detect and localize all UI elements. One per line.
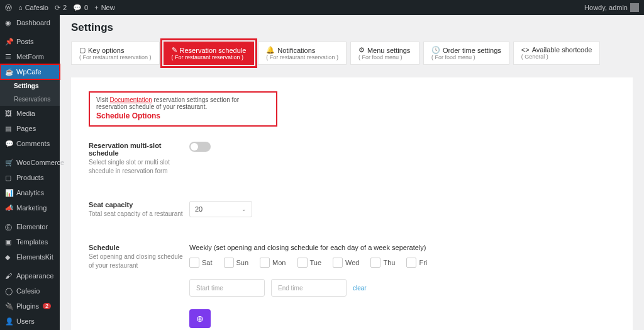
chevron-down-icon: ⌄ (242, 206, 247, 212)
clock-icon: ✎ (172, 46, 177, 54)
weekly-heading: Weekly (set opening and closing schedule… (189, 244, 615, 251)
tab-key-options[interactable]: ▢Key options( For restaurant reservation… (71, 42, 160, 65)
tab-order-time[interactable]: 🕓Order time settings( For food menu ) (423, 42, 509, 65)
submenu-reservations[interactable]: Reservations (0, 93, 60, 106)
brush-icon: 🖌 (5, 272, 13, 280)
doc-title: Schedule Options (96, 111, 270, 120)
new-link[interactable]: + New (94, 4, 114, 11)
updates-link[interactable]: ⟳ 2 (55, 4, 67, 12)
plugin-badge: 2 (43, 303, 51, 309)
elementor-icon: Ⓔ (5, 223, 13, 230)
schedule-label: Schedule (89, 244, 189, 251)
pin-icon: 📌 (5, 38, 13, 45)
admin-sidebar: ◉Dashboard 📌Posts ☰MetForm ☕WpCafe Setti… (0, 15, 60, 330)
box-icon: ▢ (5, 174, 13, 181)
menu-metform[interactable]: ☰MetForm (0, 49, 60, 64)
weekly-start-input[interactable]: Start time (189, 279, 265, 297)
wpcafe-submenu: Settings Reservations (0, 79, 60, 106)
seat-desc: Total seat capacity of a restaurant (89, 210, 189, 219)
menu-wpcafe[interactable]: ☕WpCafe (0, 64, 60, 79)
menu-elementskit[interactable]: ◆ElementsKit (0, 249, 60, 265)
multislot-desc: Select single slot or multi slot shcedul… (89, 158, 189, 176)
bell-icon: 🔔 (266, 46, 275, 54)
schedule-desc: Set opening and closing schedule of your… (89, 253, 189, 270)
menu-media[interactable]: 🖼Media (0, 106, 60, 121)
dashboard-icon: ◉ (5, 19, 13, 26)
day-wed[interactable]: Wed (333, 258, 359, 268)
menu-posts[interactable]: 📌Posts (0, 34, 60, 49)
menu-users[interactable]: 👤Users (0, 314, 60, 329)
tab-notifications[interactable]: 🔔Notifications( For restaurant reservati… (258, 42, 347, 65)
coffee-icon: ☕ (5, 68, 13, 76)
tab-menu-settings[interactable]: ⚙Menu settings( For food menu ) (350, 42, 419, 65)
menu-marketing[interactable]: 📣Marketing (0, 200, 60, 215)
days-row: Sat Sun Mon Tue Wed Thu Fri (189, 258, 615, 268)
menu-woocommerce[interactable]: 🛒WooCommerce (0, 155, 60, 170)
menu-templates[interactable]: ▣Templates (0, 234, 60, 249)
menu-analytics[interactable]: 📊Analytics (0, 185, 60, 200)
admin-bar: ⓦ ⌂ Cafesio ⟳ 2 💬 0 + New Howdy, admin (0, 0, 644, 15)
menu-dashboard[interactable]: ◉Dashboard (0, 15, 60, 30)
menu-products[interactable]: ▢Products (0, 170, 60, 185)
code-icon: <> (521, 46, 530, 54)
checkbox[interactable] (297, 258, 308, 268)
form-icon: ☰ (5, 53, 13, 60)
checkbox[interactable] (370, 258, 380, 268)
menu-cafesio[interactable]: ◯Cafesio (0, 283, 60, 299)
doc-box: Visit Documentation reservation settings… (89, 91, 277, 127)
chart-icon: 📊 (5, 189, 13, 196)
tab-shortcode[interactable]: <>Available shortcode( General ) (513, 42, 601, 65)
media-icon: 🖼 (5, 110, 13, 117)
weekly-end-input[interactable]: End time (271, 279, 347, 297)
menu-elementor[interactable]: ⒺElementor (0, 219, 60, 234)
megaphone-icon: 📣 (5, 204, 13, 212)
page-icon: ▤ (5, 125, 13, 132)
day-sat[interactable]: Sat (189, 258, 213, 268)
menu-comments[interactable]: 💬Comments (0, 136, 60, 151)
day-tue[interactable]: Tue (297, 258, 322, 268)
user-icon: 👤 (5, 317, 13, 325)
seat-select[interactable]: 20⌄ (189, 201, 252, 217)
menu-pages[interactable]: ▤Pages (0, 121, 60, 136)
day-thu[interactable]: Thu (370, 258, 395, 268)
menu-plugins[interactable]: 🔌Plugins 2 (0, 299, 60, 314)
cart-icon: 🛒 (5, 159, 13, 166)
add-slot-button[interactable]: ⊕ (189, 309, 211, 328)
weekly-clear[interactable]: clear (353, 285, 367, 292)
menu-appearance[interactable]: 🖌Appearance (0, 268, 60, 283)
key-icon: ▢ (79, 46, 86, 54)
comments-link[interactable]: 💬 0 (73, 4, 88, 12)
tab-reservation-schedule[interactable]: ✎Reservation schedule( For restaurant re… (164, 42, 255, 65)
template-icon: ▣ (5, 238, 13, 246)
checkbox[interactable] (224, 258, 234, 268)
submenu-settings[interactable]: Settings (0, 79, 60, 93)
multislot-label: Reservation multi-slot schedule (89, 142, 189, 157)
settings-panel: Visit Documentation reservation settings… (71, 77, 633, 330)
wp-logo-icon[interactable]: ⓦ (5, 3, 12, 13)
day-sun[interactable]: Sun (224, 258, 249, 268)
checkbox[interactable] (406, 258, 416, 268)
checkbox[interactable] (333, 258, 343, 268)
multislot-toggle[interactable] (189, 142, 211, 152)
comment-icon: 💬 (5, 140, 13, 147)
gear-icon: ⚙ (358, 46, 365, 54)
page-content: Settings ▢Key options( For restaurant re… (60, 15, 644, 330)
page-title: Settings (71, 21, 633, 34)
day-fri[interactable]: Fri (406, 258, 427, 268)
howdy-link[interactable]: Howdy, admin (584, 3, 639, 12)
avatar (630, 3, 639, 12)
doc-link[interactable]: Documentation (110, 96, 152, 103)
settings-tabs: ▢Key options( For restaurant reservation… (71, 42, 633, 65)
checkbox[interactable] (260, 258, 270, 268)
kit-icon: ◆ (5, 253, 13, 261)
site-link[interactable]: ⌂ Cafesio (18, 4, 48, 11)
plug-icon: 🔌 (5, 302, 13, 310)
day-mon[interactable]: Mon (260, 258, 286, 268)
checkbox[interactable] (189, 258, 199, 268)
seat-label: Seat capacity (89, 201, 189, 208)
plus-icon: ⊕ (196, 314, 204, 324)
theme-icon: ◯ (5, 287, 13, 295)
time-icon: 🕓 (431, 46, 440, 54)
